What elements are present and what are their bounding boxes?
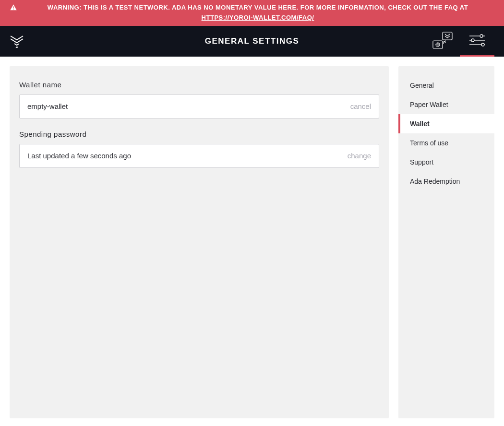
wallet-name-cancel-button[interactable]: cancel: [350, 102, 371, 110]
svg-rect-1: [13, 9, 13, 9]
settings-sliders-icon: [469, 34, 485, 48]
spending-password-label: Spending password: [19, 130, 379, 138]
nav-icons: [425, 26, 494, 57]
nav-settings-button[interactable]: [460, 26, 494, 57]
top-bar: GENERAL SETTINGS: [0, 26, 504, 57]
warning-banner: WARNING: THIS IS A TEST NETWORK. ADA HAS…: [0, 0, 504, 26]
warning-icon: [10, 4, 17, 13]
settings-sidebar: General Paper Wallet Wallet Terms of use…: [398, 66, 494, 418]
wallet-name-input[interactable]: [27, 102, 350, 110]
sidebar-item-terms-of-use[interactable]: Terms of use: [398, 133, 494, 153]
svg-point-8: [471, 39, 474, 42]
sidebar-item-wallet[interactable]: Wallet: [398, 114, 494, 133]
nav-wallets-button[interactable]: [425, 26, 460, 57]
sidebar-item-ada-redemption[interactable]: Ada Redemption: [398, 172, 494, 191]
app-logo-icon[interactable]: [10, 34, 24, 48]
sidebar-item-support[interactable]: Support: [398, 153, 494, 172]
wallets-icon: [432, 31, 453, 51]
wallet-name-label: Wallet name: [19, 81, 379, 89]
faq-link[interactable]: HTTPS://YOROI-WALLET.COM/FAQ/: [202, 14, 314, 21]
spending-password-group: Spending password Last updated a few sec…: [19, 130, 379, 168]
spending-password-change-button[interactable]: change: [348, 152, 371, 160]
wallet-name-group: Wallet name cancel: [19, 81, 379, 118]
wallet-name-field-box: cancel: [19, 95, 379, 118]
svg-point-10: [481, 43, 484, 46]
page-title: GENERAL SETTINGS: [205, 36, 300, 46]
spending-password-status: Last updated a few seconds ago: [27, 152, 131, 160]
svg-rect-0: [13, 6, 13, 8]
content-area: Wallet name cancel Spending password Las…: [0, 57, 504, 426]
sidebar-item-paper-wallet[interactable]: Paper Wallet: [398, 95, 494, 114]
svg-point-6: [480, 35, 483, 37]
main-panel: Wallet name cancel Spending password Las…: [10, 66, 389, 418]
warning-text: WARNING: THIS IS A TEST NETWORK. ADA HAS…: [21, 3, 494, 23]
sidebar-item-general[interactable]: General: [398, 76, 494, 95]
spending-password-field-box: Last updated a few seconds ago change: [19, 144, 379, 168]
